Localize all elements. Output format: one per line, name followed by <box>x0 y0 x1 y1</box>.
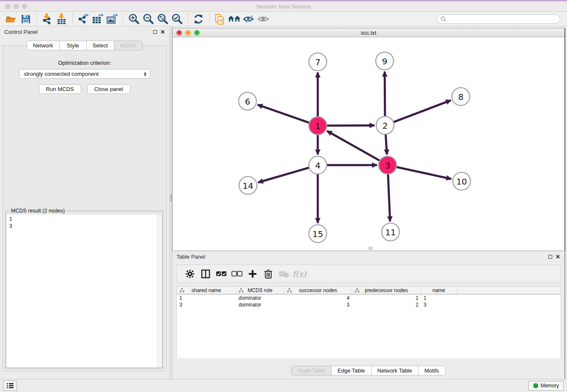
table-settings-button[interactable] <box>182 267 198 281</box>
edge-3-1[interactable] <box>327 131 380 161</box>
tab-network[interactable]: Network <box>27 41 60 50</box>
table-cell[interactable]: 2 <box>352 301 421 308</box>
column-header-name[interactable]: name <box>421 287 457 294</box>
refresh-button[interactable] <box>191 13 206 25</box>
tab-mcds[interactable]: MCDS <box>114 41 143 50</box>
save-session-button[interactable] <box>19 13 33 25</box>
panel-divider[interactable] <box>169 26 172 379</box>
canvas-scroll-handle[interactable] <box>369 247 373 250</box>
import-network-button[interactable] <box>40 13 55 25</box>
unselect-all-columns-button[interactable] <box>229 267 245 281</box>
hide-selected-button[interactable] <box>242 13 256 25</box>
select-all-columns-button[interactable] <box>213 267 229 281</box>
copy-style-button[interactable] <box>213 13 227 25</box>
table-cell[interactable]: dominator <box>236 301 284 308</box>
zoom-fit-button[interactable] <box>155 13 170 25</box>
function-builder-button[interactable]: f(x) <box>292 267 307 281</box>
float-panel-icon[interactable] <box>153 30 157 34</box>
edge-2-9[interactable] <box>385 72 385 117</box>
tab-edge-table[interactable]: Edge Table <box>332 366 372 375</box>
divider-handle-icon[interactable] <box>170 195 172 202</box>
export-table-button[interactable] <box>91 13 105 25</box>
graph-node-4[interactable]: 4 <box>309 156 327 174</box>
tab-node-table[interactable]: Node Table <box>291 366 332 375</box>
edge-3-10[interactable] <box>396 167 451 179</box>
delete-table-button[interactable] <box>276 267 292 281</box>
edge-1-6[interactable] <box>258 105 310 123</box>
search-field[interactable] <box>437 14 560 24</box>
title-bar[interactable]: Session: New Session <box>0 1 567 12</box>
close-panel-button[interactable]: Close panel <box>87 84 131 94</box>
column-header-shared-name[interactable]: shared name <box>177 287 236 294</box>
close-panel-icon[interactable]: ✕ <box>160 29 165 35</box>
float-panel-icon[interactable] <box>548 255 552 259</box>
table-cell[interactable]: 1 <box>177 295 236 301</box>
mcds-result-text[interactable]: 1 3 <box>7 215 157 367</box>
tab-motifs[interactable]: Motifs <box>418 366 446 375</box>
network-minimize-icon[interactable]: − <box>185 30 191 36</box>
show-all-button[interactable] <box>256 13 270 25</box>
zoom-fit-icon <box>157 13 168 25</box>
criterion-value: strongly connected component <box>24 71 143 77</box>
graph-node-11[interactable]: 11 <box>382 223 399 241</box>
graph-node-9[interactable]: 9 <box>376 52 394 70</box>
table-cell[interactable]: 3 <box>177 301 236 308</box>
node-table[interactable]: shared nameMCDS rolesuccessor nodesprede… <box>176 286 561 358</box>
network-window-titlebar[interactable]: scc.txt ✕ − + <box>173 28 564 37</box>
column-header-predecessor-nodes[interactable]: predecessor nodes <box>352 287 421 294</box>
export-image-button[interactable] <box>105 13 119 25</box>
edge-4-14[interactable] <box>258 168 310 182</box>
table-cell[interactable]: 1 <box>421 295 457 301</box>
network-graph[interactable]: 7968124314101511 <box>173 37 565 250</box>
graph-node-14[interactable]: 14 <box>239 177 257 194</box>
zoom-in-button[interactable] <box>127 13 141 25</box>
tab-style[interactable]: Style <box>60 41 87 50</box>
table-row[interactable]: 1dominator411 <box>177 295 561 301</box>
graph-node-10[interactable]: 10 <box>453 172 471 190</box>
graph-node-15[interactable]: 15 <box>309 225 327 243</box>
table-cell[interactable]: 4 <box>284 295 352 301</box>
graph-node-2[interactable]: 2 <box>376 116 394 134</box>
network-canvas[interactable]: 7968124314101511 <box>173 37 564 250</box>
tab-select[interactable]: Select <box>87 41 114 50</box>
edge-3-11[interactable] <box>388 174 390 221</box>
zoom-selected-button[interactable] <box>170 13 184 25</box>
first-neighbors-button[interactable] <box>227 13 242 25</box>
table-cell[interactable]: 1 <box>352 295 421 301</box>
table-row[interactable]: 3dominator323 <box>177 301 561 308</box>
memory-button[interactable]: Memory <box>528 381 564 391</box>
tab-network-table[interactable]: Network Table <box>372 366 418 375</box>
table-cell[interactable]: dominator <box>236 295 284 301</box>
criterion-dropdown[interactable]: strongly connected component ▲▼ <box>19 69 150 79</box>
run-mcds-button[interactable]: Run MCDS <box>39 84 81 94</box>
import-table-button[interactable] <box>55 13 69 25</box>
table-cell[interactable]: 3 <box>284 301 352 308</box>
create-column-button[interactable] <box>245 267 260 281</box>
task-history-button[interactable] <box>3 381 17 391</box>
search-input[interactable] <box>449 16 556 22</box>
svg-text:7: 7 <box>315 57 321 67</box>
edge-2-3[interactable] <box>385 134 387 155</box>
graph-node-7[interactable]: 7 <box>309 53 327 71</box>
show-column-panel-button[interactable] <box>198 267 213 281</box>
delete-column-button[interactable] <box>260 267 276 281</box>
table-cell[interactable]: 3 <box>421 301 457 308</box>
close-panel-icon[interactable]: ✕ <box>556 254 560 259</box>
result-scrollbar[interactable] <box>157 215 162 367</box>
edge-1-2[interactable] <box>326 125 374 126</box>
export-network-button[interactable] <box>76 13 91 25</box>
network-close-icon[interactable]: ✕ <box>176 30 182 36</box>
svg-text:3: 3 <box>385 160 391 171</box>
graph-node-6[interactable]: 6 <box>239 92 256 110</box>
zoom-out-button[interactable] <box>141 13 155 25</box>
graph-node-3[interactable]: 3 <box>379 156 396 174</box>
open-session-button[interactable] <box>4 13 19 25</box>
edge-2-8[interactable] <box>393 100 451 122</box>
graph-node-1[interactable]: 1 <box>309 117 327 135</box>
mcds-result-group: MCDS result (2 nodes) 1 3 <box>6 211 163 368</box>
column-header-successor-nodes[interactable]: successor nodes <box>284 287 352 294</box>
network-view-window: scc.txt ✕ − + 7968124314101511 <box>172 28 565 251</box>
graph-node-8[interactable]: 8 <box>452 88 470 105</box>
network-maximize-icon[interactable]: + <box>194 30 200 36</box>
column-header-MCDS-role[interactable]: MCDS role <box>236 287 284 294</box>
